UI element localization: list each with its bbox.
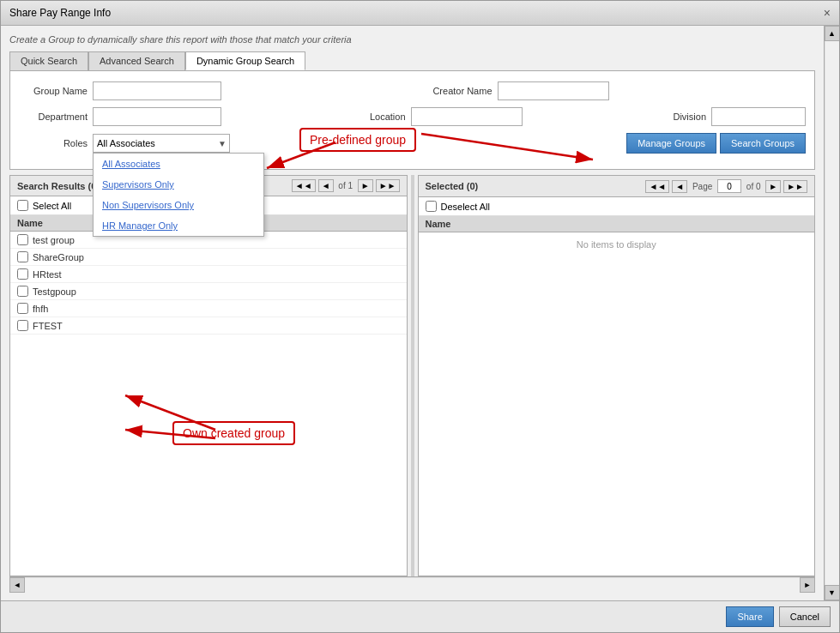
- search-panel: Group Name Creator Name Department Locat…: [9, 70, 815, 170]
- selected-col-name: Name: [419, 216, 815, 232]
- manage-groups-button[interactable]: Manage Groups: [626, 133, 716, 154]
- main-content: Create a Group to dynamically share this…: [1, 26, 824, 600]
- search-results-pagination: ◄◄ ◄ of 1 ► ►►: [292, 179, 400, 192]
- selected-title: Selected (0): [426, 181, 479, 191]
- tab-advanced-search[interactable]: Advanced Search: [88, 51, 185, 70]
- creator-name-input[interactable]: [498, 81, 609, 100]
- selected-header: Selected (0) ◄◄ ◄ Page of 0 ► ►►: [419, 176, 815, 197]
- action-buttons: Manage Groups Search Groups: [626, 133, 806, 154]
- vertical-scrollbar: ▲ ▼: [824, 26, 839, 600]
- horizontal-scrollbar: ◄ ►: [9, 576, 815, 592]
- item-checkbox-0[interactable]: [17, 234, 28, 245]
- group-name-label: Group Name: [19, 86, 88, 96]
- role-option-supervisors[interactable]: Supervisors Only: [94, 174, 263, 195]
- sel-page-last-button[interactable]: ►►: [783, 180, 807, 193]
- item-checkbox-1[interactable]: [17, 251, 28, 262]
- location-label: Location: [337, 112, 406, 122]
- item-checkbox-3[interactable]: [17, 286, 28, 297]
- selected-pane: Selected (0) ◄◄ ◄ Page of 0 ► ►►: [418, 175, 816, 576]
- item-label-3: Testgpoup: [33, 286, 76, 297]
- scroll-up-button[interactable]: ▲: [825, 26, 840, 41]
- sel-page-input[interactable]: [717, 179, 741, 193]
- page-first-button[interactable]: ◄◄: [292, 179, 316, 192]
- creator-name-label: Creator Name: [424, 86, 493, 96]
- tab-quick-search[interactable]: Quick Search: [9, 51, 88, 70]
- department-input[interactable]: [93, 107, 221, 126]
- roles-dropdown: All Associates Supervisors Only Non Supe…: [93, 153, 264, 237]
- scroll-down-button[interactable]: ▼: [825, 585, 840, 600]
- select-all-checkbox[interactable]: [17, 200, 28, 211]
- scroll-right-button[interactable]: ►: [800, 577, 815, 593]
- sel-page-prev-button[interactable]: ◄: [672, 180, 687, 193]
- selected-list: No items to display: [419, 232, 815, 576]
- page-next-button[interactable]: ►: [358, 179, 373, 192]
- role-option-hr-manager[interactable]: HR Manager Only: [94, 215, 263, 236]
- title-bar: Share Pay Range Info ×: [1, 1, 839, 26]
- list-item: ShareGroup: [10, 249, 407, 266]
- bottom-bar: Share Cancel: [1, 600, 839, 632]
- dialog-window: Share Pay Range Info × Create a Group to…: [0, 0, 840, 633]
- sel-page-first-button[interactable]: ◄◄: [645, 180, 669, 193]
- item-label-4: fhfh: [33, 304, 48, 314]
- sel-page-next-button[interactable]: ►: [765, 180, 781, 193]
- roles-select[interactable]: All Associates Supervisors Only Non Supe…: [93, 134, 230, 153]
- role-option-all[interactable]: All Associates: [94, 154, 263, 174]
- item-checkbox-5[interactable]: [17, 320, 28, 331]
- dialog-body: Create a Group to dynamically share this…: [1, 26, 839, 600]
- scroll-h-track[interactable]: [25, 578, 800, 592]
- pane-divider: [411, 175, 414, 576]
- search-groups-button[interactable]: Search Groups: [720, 133, 806, 154]
- form-row-dept-loc-div: Department Location Division: [19, 107, 806, 126]
- item-label-2: HRtest: [33, 269, 62, 280]
- tab-dynamic-group-search[interactable]: Dynamic Group Search: [185, 51, 305, 70]
- department-label: Department: [19, 112, 88, 122]
- list-item: FTEST: [10, 317, 407, 335]
- no-items-text: No items to display: [419, 232, 815, 256]
- role-option-non-supervisors[interactable]: Non Supervisors Only: [94, 195, 263, 215]
- dialog-title: Share Pay Range Info: [9, 7, 111, 19]
- scroll-left-button[interactable]: ◄: [9, 577, 25, 593]
- sel-page-of-label: of 0: [744, 182, 763, 191]
- roles-select-wrapper[interactable]: All Associates Supervisors Only Non Supe…: [93, 134, 230, 153]
- cancel-button[interactable]: Cancel: [779, 606, 831, 627]
- scroll-v-track[interactable]: [825, 41, 839, 585]
- sel-page-label: Page: [690, 182, 715, 191]
- division-input[interactable]: [711, 107, 806, 126]
- description-text: Create a Group to dynamically share this…: [9, 34, 815, 45]
- deselect-all-checkbox[interactable]: [426, 201, 437, 212]
- deselect-all-row: Deselect All: [419, 197, 815, 216]
- roles-label: Roles: [19, 138, 88, 148]
- item-label-1: ShareGroup: [33, 252, 84, 262]
- select-all-label: Select All: [33, 201, 71, 211]
- division-label: Division: [638, 112, 706, 122]
- item-label-5: FTEST: [33, 321, 63, 331]
- deselect-all-label: Deselect All: [441, 202, 490, 212]
- page-of-label: of 1: [336, 181, 355, 190]
- item-label-0: test group: [33, 235, 75, 245]
- list-item: HRtest: [10, 266, 407, 283]
- selected-pagination: ◄◄ ◄ Page of 0 ► ►►: [645, 179, 807, 193]
- close-button[interactable]: ×: [824, 6, 831, 20]
- tabs-bar: Quick Search Advanced Search Dynamic Gro…: [9, 51, 815, 70]
- form-row-roles: Roles All Associates Supervisors Only No…: [19, 133, 806, 154]
- page-last-button[interactable]: ►►: [376, 179, 400, 192]
- form-row-group-creator: Group Name Creator Name: [19, 81, 806, 100]
- item-checkbox-2[interactable]: [17, 268, 28, 280]
- list-item: Testgpoup: [10, 283, 407, 300]
- search-results-title: Search Results (6): [17, 181, 100, 191]
- group-name-input[interactable]: [93, 81, 221, 100]
- page-prev-button[interactable]: ◄: [318, 179, 334, 192]
- location-input[interactable]: [411, 107, 523, 126]
- search-results-list: test group ShareGroup HRtest Testgp: [10, 232, 407, 576]
- item-checkbox-4[interactable]: [17, 303, 28, 314]
- list-item: fhfh: [10, 300, 407, 317]
- share-button[interactable]: Share: [726, 606, 773, 627]
